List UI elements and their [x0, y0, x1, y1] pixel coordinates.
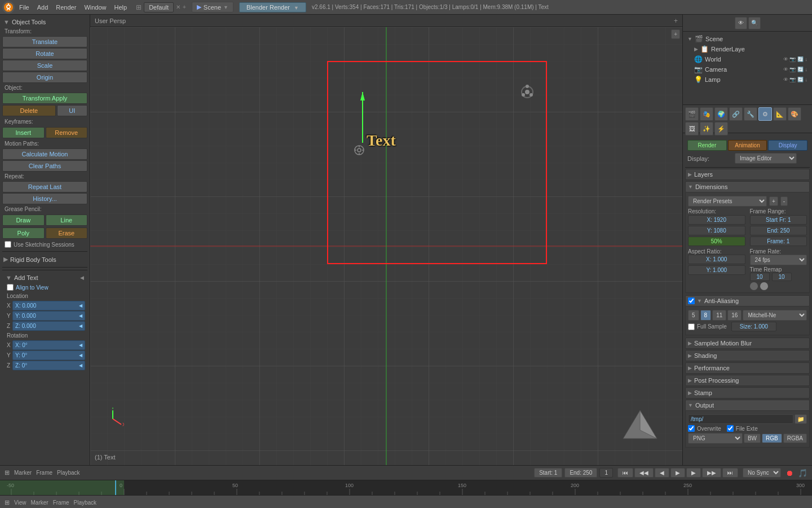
- camera-item[interactable]: 📷 Camera 👁 📷 🔄 ↓: [685, 64, 810, 75]
- world-props-btn[interactable]: 🌍: [714, 107, 728, 121]
- display-select[interactable]: Image Editor: [735, 153, 797, 164]
- scene-props-btn[interactable]: 🎭: [700, 107, 713, 121]
- status-icon[interactable]: ⊞: [5, 499, 10, 506]
- next-key-btn[interactable]: ▶: [686, 468, 701, 478]
- aa-enabled-checkbox[interactable]: [688, 297, 695, 304]
- aa-16-btn[interactable]: 16: [727, 310, 742, 321]
- remap-new-input[interactable]: [772, 273, 792, 281]
- poly-btn[interactable]: Poly: [2, 227, 45, 239]
- shading-section[interactable]: ▶ Shading: [685, 350, 810, 361]
- rgb-btn[interactable]: RGB: [762, 433, 782, 443]
- remap-circle1[interactable]: [750, 282, 758, 290]
- line-btn[interactable]: Line: [46, 214, 88, 226]
- render-btn[interactable]: Render: [687, 140, 727, 151]
- file-ext-input[interactable]: [727, 425, 734, 432]
- object-tools-header[interactable]: ▼ Object Tools: [2, 17, 87, 27]
- timeline-menu-icon[interactable]: ⊞: [5, 469, 10, 476]
- viewport-canvas[interactable]: Text: [90, 27, 682, 465]
- calculate-btn[interactable]: Calculate Motion: [2, 148, 87, 160]
- insert-btn[interactable]: Insert: [2, 127, 45, 138]
- frame-label[interactable]: Frame: [53, 500, 69, 506]
- render-props-btn[interactable]: 🎬: [685, 107, 699, 121]
- history-btn[interactable]: History...: [2, 193, 87, 204]
- browse-btn[interactable]: 📁: [795, 414, 807, 424]
- rec-btn[interactable]: ⏺: [785, 468, 793, 478]
- repeat-last-btn[interactable]: Repeat Last: [2, 181, 87, 192]
- remap-old-input[interactable]: [750, 273, 770, 281]
- size-value[interactable]: Size: 1.000: [731, 322, 776, 331]
- view-label[interactable]: View: [14, 500, 27, 506]
- animation-btn[interactable]: Animation: [728, 140, 767, 151]
- aa-11-btn[interactable]: 11: [712, 310, 726, 321]
- output-path-input[interactable]: [688, 414, 793, 424]
- format-select[interactable]: PNG: [688, 433, 743, 444]
- scene-item[interactable]: ▼ 🎬 Scene: [685, 34, 810, 44]
- scene-selector[interactable]: ▶ Scene ▼: [192, 2, 233, 12]
- filter-select[interactable]: Mitchell-Ne: [743, 310, 807, 321]
- res-x-input[interactable]: X: 1920: [688, 215, 745, 225]
- output-header[interactable]: ▼ Output: [685, 400, 810, 411]
- res-y-input[interactable]: Y: 1080: [688, 226, 745, 235]
- bw-btn[interactable]: BW: [744, 433, 761, 443]
- render-engine-selector[interactable]: Blender Render ▼: [239, 2, 306, 12]
- viewport[interactable]: User Persp +: [90, 15, 682, 465]
- translate-btn[interactable]: Translate: [2, 36, 87, 47]
- remove-btn[interactable]: Remove: [46, 127, 88, 138]
- erase-btn[interactable]: Erase: [46, 227, 88, 239]
- world-item[interactable]: 🌐 World 👁 📷 🔄 ↓: [685, 54, 810, 64]
- sync-select[interactable]: No Sync: [743, 468, 781, 478]
- stamp-section[interactable]: ▶ Stamp: [685, 387, 810, 398]
- view-btn[interactable]: 👁: [735, 17, 747, 29]
- render-presets[interactable]: Render Presets: [688, 196, 767, 207]
- constraints-btn[interactable]: 🔧: [744, 107, 757, 121]
- rgba-btn[interactable]: RGBA: [783, 433, 807, 443]
- workspace-selector[interactable]: Default: [144, 2, 174, 12]
- playback-label[interactable]: Playback: [74, 500, 97, 506]
- timeline-ruler[interactable]: [0, 480, 812, 495]
- current-frame-input[interactable]: Frame: 1: [750, 237, 807, 246]
- next-frame-btn[interactable]: ▶▶: [702, 468, 721, 478]
- skip-end-btn[interactable]: ⏭: [722, 468, 738, 478]
- start-frame-btn[interactable]: Start: 1: [534, 468, 562, 478]
- clear-paths-btn[interactable]: Clear Paths: [2, 160, 87, 172]
- start-frame-input[interactable]: Start Fr: 1: [750, 215, 807, 225]
- navigation-widget[interactable]: [620, 408, 660, 448]
- dimensions-header[interactable]: ▼ Dimensions: [685, 181, 810, 192]
- menu-render[interactable]: Render: [52, 3, 80, 12]
- delete-btn[interactable]: Delete: [2, 105, 56, 116]
- prev-frame-btn[interactable]: ◀◀: [634, 468, 654, 478]
- remap-circle2[interactable]: [760, 282, 768, 290]
- remove-preset-btn[interactable]: -: [780, 196, 788, 206]
- motion-blur-section[interactable]: ▶ Sampled Motion Blur: [685, 338, 810, 349]
- rotate-btn[interactable]: Rotate: [2, 48, 87, 59]
- performance-section[interactable]: ▶ Performance: [685, 362, 810, 374]
- draw-btn[interactable]: Draw: [2, 214, 45, 226]
- end-frame-btn[interactable]: End: 250: [564, 468, 597, 478]
- rot-x-input[interactable]: X: 0° ◀: [12, 340, 85, 350]
- add-text-header[interactable]: ▼ Add Text ◀: [5, 273, 85, 283]
- object-props-btn[interactable]: 🔗: [729, 107, 743, 121]
- display-btn[interactable]: Display: [768, 140, 807, 151]
- end-frame-input[interactable]: End: 250: [750, 226, 807, 235]
- renderlayer-item[interactable]: ▶ 📋 RenderLaye: [685, 44, 810, 54]
- search-btn[interactable]: 🔍: [748, 17, 761, 29]
- scale-btn[interactable]: Scale: [2, 60, 87, 71]
- marker-btn[interactable]: Marker: [14, 470, 32, 476]
- playback-btn[interactable]: Playback: [57, 470, 80, 476]
- origin-btn[interactable]: Origin: [2, 72, 87, 83]
- prev-key-btn[interactable]: ◀: [655, 468, 669, 478]
- modifiers-btn[interactable]: ⚙: [758, 107, 772, 121]
- aa-5-btn[interactable]: 5: [688, 310, 699, 321]
- play-btn[interactable]: ▶: [670, 468, 685, 478]
- current-frame-input[interactable]: 1: [599, 468, 613, 478]
- layers-section[interactable]: ▶ Layers: [685, 169, 810, 180]
- ui-btn[interactable]: UI: [57, 105, 87, 116]
- lamp-item[interactable]: 💡 Lamp 👁 📷 🔄 ↓: [685, 75, 810, 85]
- menu-add[interactable]: Add: [34, 3, 52, 12]
- marker-label[interactable]: Marker: [31, 500, 48, 506]
- res-pct-input[interactable]: 50%: [688, 237, 745, 246]
- rot-z-input[interactable]: Z: 0° ◀: [12, 361, 85, 370]
- rigid-body-tools-header[interactable]: ▶ Rigid Body Tools: [2, 254, 87, 265]
- data-props-btn[interactable]: 📐: [773, 107, 787, 121]
- aspect-x-input[interactable]: X: 1.000: [688, 255, 745, 264]
